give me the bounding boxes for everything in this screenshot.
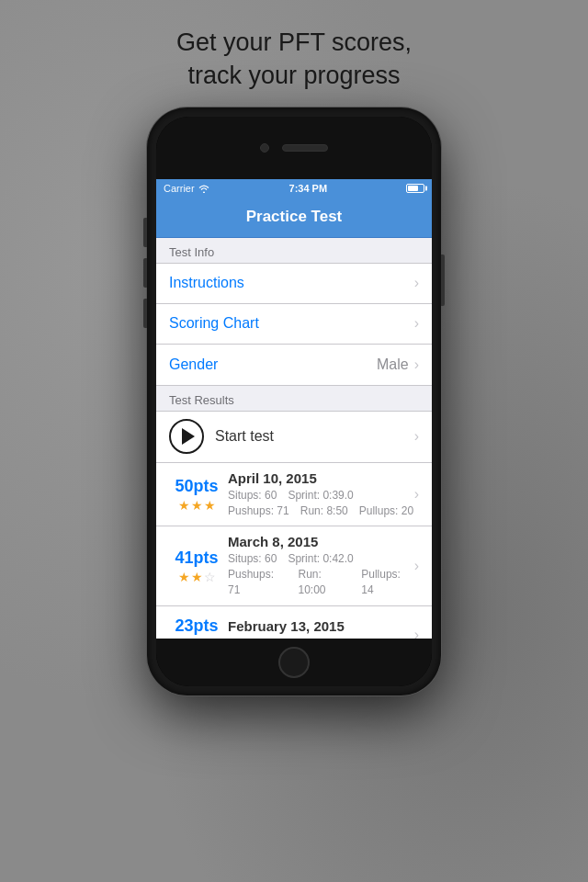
home-button[interactable]: [278, 647, 310, 678]
instructions-label: Instructions: [169, 275, 414, 291]
score-stat-pushups-1: Pushups: 71: [228, 503, 289, 519]
score-stat-sprint-1: Sprint: 0:39.0: [288, 488, 353, 503]
score-left-2: 41pts ★ ★ ☆: [169, 548, 224, 584]
headline-line2: track your progress: [187, 62, 400, 89]
score-stat-pullups-2: Pullups: 14: [361, 567, 413, 598]
score-date-3: February 13, 2015: [228, 618, 414, 634]
test-results-header: Test Results: [156, 386, 432, 411]
score-row-2[interactable]: 41pts ★ ★ ☆ March 8, 2015 Situps: 60 S: [156, 526, 432, 605]
camera: [260, 143, 269, 153]
scoring-chart-row[interactable]: Scoring Chart ›: [156, 304, 432, 345]
score-chevron-1: ›: [414, 486, 419, 503]
battery-indicator: [406, 184, 424, 193]
headline: Get your PFT scores, track your progress: [130, 0, 458, 107]
instructions-chevron: ›: [414, 275, 419, 291]
score-content-2: March 8, 2015 Situps: 60 Sprint: 0:42.0 …: [224, 534, 414, 597]
play-button[interactable]: [169, 419, 204, 454]
score-pts-1: 50pts: [175, 477, 218, 496]
scoring-chart-chevron: ›: [414, 315, 419, 332]
start-test-chevron: ›: [414, 428, 419, 445]
start-test-row[interactable]: Start test ›: [156, 412, 432, 463]
test-results-list: Start test › 50pts ★ ★ ★ April 10, 20: [156, 411, 432, 639]
score-left-1: 50pts ★ ★ ★: [169, 477, 224, 513]
star-2-1: ★: [178, 570, 190, 584]
speaker: [282, 144, 328, 152]
play-icon: [182, 428, 195, 445]
score-date-2: March 8, 2015: [228, 534, 414, 549]
star-2-3: ☆: [204, 570, 216, 584]
gender-row[interactable]: Gender Male ›: [156, 345, 432, 385]
score-chevron-3: ›: [414, 627, 419, 639]
carrier-label: Carrier: [164, 183, 210, 194]
start-test-label: Start test: [215, 428, 414, 445]
gender-value: Male: [377, 356, 409, 373]
score-stat-situps-1: Situps: 60: [228, 488, 277, 503]
gender-chevron: ›: [414, 356, 419, 373]
test-info-list: Instructions › Scoring Chart › Gender Ma…: [156, 263, 432, 386]
score-stat-run-2: Run: 10:00: [299, 567, 351, 598]
phone-frame: Carrier 7:34 PM Practice Test: [147, 107, 441, 695]
status-time: 7:34 PM: [289, 183, 328, 194]
score-left-3: 23pts ★ ☆ ☆: [169, 616, 224, 639]
score-stat-pushups-2: Pushups: 71: [228, 567, 288, 598]
score-content-3: February 13, 2015 Situps: 50 Sprint: 0:4…: [224, 618, 414, 639]
score-date-1: April 10, 2015: [228, 470, 414, 486]
score-stats-1: Situps: 60 Sprint: 0:39.0 Pushups: 71 Ru…: [228, 488, 414, 519]
score-content-1: April 10, 2015 Situps: 60 Sprint: 0:39.0…: [224, 470, 414, 519]
test-info-header: Test Info: [156, 238, 432, 263]
top-bezel: [156, 117, 432, 179]
score-stat-situps-2: Situps: 60: [228, 551, 277, 567]
nav-bar: Practice Test: [156, 198, 432, 238]
score-row-1[interactable]: 50pts ★ ★ ★ April 10, 2015 Situps: 60: [156, 463, 432, 527]
wifi-icon: [198, 184, 210, 193]
headline-line1: Get your PFT scores,: [176, 28, 412, 56]
score-chevron-2: ›: [414, 558, 419, 574]
scoring-chart-label: Scoring Chart: [169, 315, 414, 332]
stars-2: ★ ★ ☆: [178, 570, 216, 584]
score-stats-2: Situps: 60 Sprint: 0:42.0 Pushups: 71 Ru…: [228, 551, 414, 597]
score-pts-2: 41pts: [175, 548, 218, 568]
star-2-2: ★: [191, 570, 203, 584]
star-1-1: ★: [178, 498, 190, 513]
score-stat-run-1: Run: 8:50: [300, 503, 348, 519]
score-stat-sprint-2: Sprint: 0:42.0: [288, 551, 353, 567]
star-1-3: ★: [204, 498, 216, 513]
instructions-row[interactable]: Instructions ›: [156, 264, 432, 304]
score-row-3[interactable]: 23pts ★ ☆ ☆ February 13, 2015 Situps: 50: [156, 606, 432, 639]
nav-title: Practice Test: [246, 208, 343, 226]
stars-1: ★ ★ ★: [178, 498, 216, 513]
star-1-2: ★: [191, 498, 203, 513]
gender-label: Gender: [169, 356, 377, 373]
bottom-bezel: [156, 639, 432, 686]
score-stat-pullups-1: Pullups: 20: [359, 503, 413, 519]
score-pts-3: 23pts: [175, 616, 218, 636]
screen: Carrier 7:34 PM Practice Test: [156, 179, 432, 639]
status-bar: Carrier 7:34 PM: [156, 179, 432, 198]
